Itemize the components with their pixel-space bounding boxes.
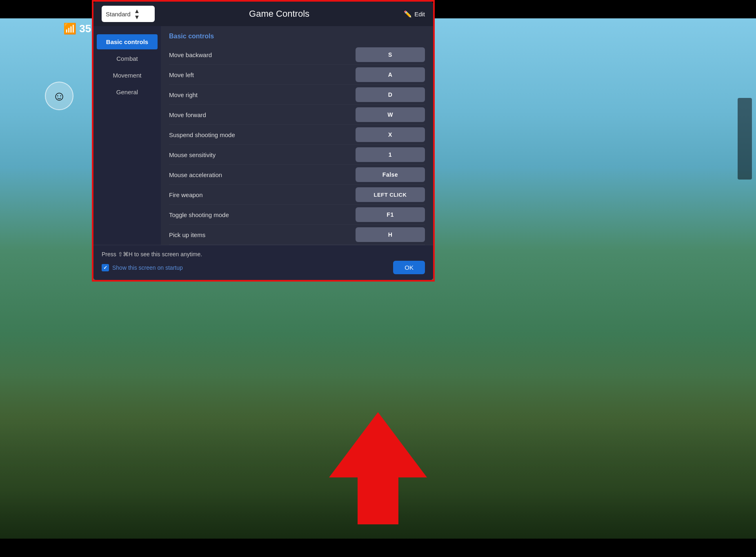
sidebar-item-basic-controls[interactable]: Basic controls (97, 34, 158, 49)
scheme-dropdown[interactable]: Standard ▲ ▼ (102, 6, 155, 22)
control-row: Move leftA (169, 65, 425, 85)
control-row: Fire weaponLEFT CLICK (169, 185, 425, 205)
black-bar-bottom (0, 539, 756, 557)
edit-label: Edit (414, 11, 425, 18)
footer-hint: Press ⇧⌘H to see this screen anytime. (102, 251, 425, 257)
content-area: Basic controls Move backwardSMove leftAM… (161, 26, 433, 245)
sidebar-item-general[interactable]: General (97, 84, 158, 100)
control-label: Suspend shooting mode (169, 131, 356, 138)
control-row: Move backwardS (169, 45, 425, 65)
footer-bottom: ✓ Show this screen on startup OK (102, 261, 425, 274)
startup-checkbox-label: Show this screen on startup (112, 264, 183, 271)
control-row: Move forwardW (169, 105, 425, 125)
dropdown-arrows-icon: ▲ ▼ (134, 8, 140, 20)
control-row: Pick up itemsH (169, 225, 425, 245)
startup-checkbox-row[interactable]: ✓ Show this screen on startup (102, 264, 183, 271)
key-badge[interactable]: X (356, 127, 425, 142)
dialog-title: Game Controls (155, 9, 404, 19)
red-arrow-shaft (358, 471, 398, 524)
control-row: Toggle shooting modeF1 (169, 205, 425, 225)
dialog-body: Basic controls Combat Movement General B… (93, 26, 433, 245)
control-label: Move forward (169, 111, 356, 118)
control-label: Mouse sensitivity (169, 151, 356, 158)
smiley-icon: ☺ (45, 82, 73, 110)
control-label: Move backward (169, 51, 356, 58)
section-title: Basic controls (169, 33, 425, 40)
key-badge[interactable]: A (356, 67, 425, 82)
game-controls-dialog: Standard ▲ ▼ Game Controls ✏️ Edit Basic… (93, 2, 433, 280)
sidebar: Basic controls Combat Movement General (93, 26, 161, 245)
key-badge[interactable]: S (356, 47, 425, 62)
control-label: Mouse acceleration (169, 171, 356, 178)
control-row: Mouse accelerationFalse (169, 165, 425, 185)
key-badge[interactable]: H (356, 227, 425, 242)
dialog-footer: Press ⇧⌘H to see this screen anytime. ✓ … (93, 245, 433, 280)
control-row: Mouse sensitivity1 (169, 145, 425, 165)
hud-signal: 📶 35 (63, 22, 91, 35)
key-badge[interactable]: 1 (356, 147, 425, 162)
key-badge[interactable]: D (356, 87, 425, 102)
control-row: Suspend shooting modeX (169, 125, 425, 145)
ok-button[interactable]: OK (393, 261, 425, 274)
control-label: Pick up items (169, 231, 356, 238)
control-row: Move rightD (169, 85, 425, 105)
edit-pencil-icon: ✏️ (404, 10, 412, 18)
sidebar-item-movement[interactable]: Movement (97, 68, 158, 83)
control-label: Toggle shooting mode (169, 211, 356, 218)
right-scroll-indicator (738, 98, 752, 180)
controls-list: Move backwardSMove leftAMove rightDMove … (169, 45, 425, 245)
control-label: Fire weapon (169, 191, 356, 198)
control-label: Move left (169, 71, 356, 78)
key-badge[interactable]: LEFT CLICK (356, 187, 425, 202)
dropdown-value: Standard (106, 11, 131, 18)
dialog-header: Standard ▲ ▼ Game Controls ✏️ Edit (93, 2, 433, 26)
sidebar-item-combat[interactable]: Combat (97, 51, 158, 66)
key-badge[interactable]: False (356, 167, 425, 182)
edit-button[interactable]: ✏️ Edit (404, 10, 425, 18)
key-badge[interactable]: W (356, 107, 425, 122)
key-badge[interactable]: F1 (356, 207, 425, 222)
red-arrow-head (329, 412, 427, 477)
startup-checkbox[interactable]: ✓ (102, 264, 109, 271)
control-label: Move right (169, 91, 356, 98)
